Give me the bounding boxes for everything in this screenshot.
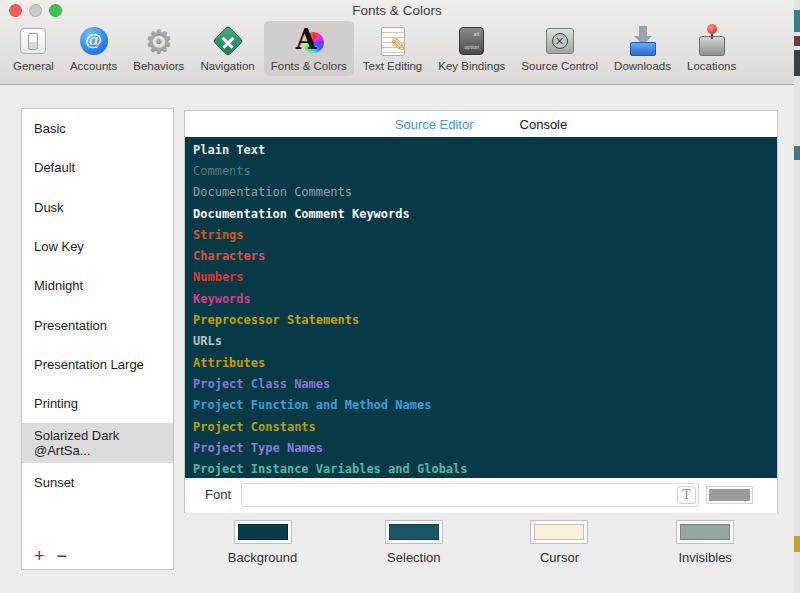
color-fill	[680, 524, 730, 540]
sliver-fragment	[794, 536, 800, 552]
syntax-category-row[interactable]: Documentation Comment Keywords	[193, 203, 777, 224]
color-fill	[238, 524, 288, 540]
background-color-well[interactable]	[234, 520, 292, 544]
toolbar-item-key-bindings[interactable]: altoption Key Bindings	[431, 21, 512, 76]
swatch-row: BackgroundSelectionCursorInvisibles	[184, 520, 778, 584]
theme-item[interactable]: Low Key	[22, 227, 173, 266]
theme-item[interactable]: Default	[22, 148, 173, 187]
titlebar-toolbar: Fonts & Colors General @ Accounts ⚙	[0, 0, 794, 85]
swatch-label: Invisibles	[678, 550, 731, 565]
toolbar-item-navigation[interactable]: Navigation	[193, 21, 261, 76]
toolbar-label: Downloads	[614, 60, 671, 72]
syntax-category-row[interactable]: Project Class Names	[193, 373, 777, 394]
toolbar-label: Text Editing	[363, 60, 422, 72]
tab-source-editor[interactable]: Source Editor	[395, 117, 474, 132]
syntax-category-row[interactable]: Attributes	[193, 352, 777, 373]
sliver-fragment	[794, 146, 800, 160]
sliver-fragment	[794, 36, 800, 46]
toolbar-label: General	[13, 60, 54, 72]
text-editing-pencil-icon: ✎	[376, 24, 410, 58]
swatch-background: Background	[228, 520, 297, 584]
syntax-category-row[interactable]: Documentation Comments	[193, 182, 777, 203]
theme-item[interactable]: Solarized Dark @ArtSa...	[22, 423, 173, 462]
theme-list-footer: + −	[22, 547, 67, 565]
swatch-label: Selection	[387, 550, 440, 565]
syntax-category-row[interactable]: URLs	[193, 331, 777, 352]
option-key-icon: altoption	[455, 24, 489, 58]
background-window-sliver	[794, 0, 800, 593]
syntax-category-row[interactable]: Keywords	[193, 288, 777, 309]
editor-tabbar: Source Editor Console	[185, 111, 777, 137]
fonts-colors-icon: A	[292, 24, 326, 58]
swatch-cursor: Cursor	[530, 520, 588, 584]
theme-item[interactable]: Midnight	[22, 266, 173, 305]
syntax-category-row[interactable]: Comments	[193, 160, 777, 181]
font-input[interactable]: T	[241, 483, 699, 507]
font-row: Font T	[185, 478, 777, 513]
sliver-fragment	[794, 50, 800, 76]
color-fill	[389, 524, 439, 540]
toolbar-label: Navigation	[200, 60, 254, 72]
toolbar-label: Behaviors	[133, 60, 184, 72]
syntax-category-row[interactable]: Strings	[193, 224, 777, 245]
swatch-invisibles: Invisibles	[676, 520, 734, 584]
selection-color-well[interactable]	[385, 520, 443, 544]
theme-list: BasicDefaultDuskLow KeyMidnightPresentat…	[21, 108, 174, 570]
toolbar-item-source-control[interactable]: ✕ Source Control	[514, 21, 605, 76]
font-color-fill	[709, 489, 750, 501]
theme-item[interactable]: Printing	[22, 384, 173, 423]
toolbar-item-accounts[interactable]: @ Accounts	[63, 21, 124, 76]
toolbar-item-behaviors[interactable]: ⚙ Behaviors	[126, 21, 191, 76]
swatch-selection: Selection	[385, 520, 443, 584]
accounts-at-icon: @	[77, 24, 111, 58]
color-fill	[534, 524, 584, 540]
preferences-window: Fonts & Colors General @ Accounts ⚙	[0, 0, 794, 593]
syntax-category-row[interactable]: Project Type Names	[193, 437, 777, 458]
toolbar-label: Accounts	[70, 60, 117, 72]
behaviors-gear-icon: ⚙	[142, 24, 176, 58]
font-label: Font	[205, 487, 231, 502]
window-title: Fonts & Colors	[0, 3, 794, 18]
invisibles-color-well[interactable]	[676, 520, 734, 544]
locations-disk-icon	[695, 24, 729, 58]
syntax-category-row[interactable]: Plain Text	[193, 139, 777, 160]
toolbar-label: Source Control	[521, 60, 598, 72]
theme-detail-panel: Source Editor Console Plain TextComments…	[184, 110, 778, 513]
toolbar-item-downloads[interactable]: Downloads	[607, 21, 678, 76]
theme-item[interactable]: Presentation	[22, 305, 173, 344]
toolbar: General @ Accounts ⚙ Behaviors	[6, 21, 743, 76]
cursor-color-well[interactable]	[530, 520, 588, 544]
syntax-category-row[interactable]: Numbers	[193, 267, 777, 288]
theme-items: BasicDefaultDuskLow KeyMidnightPresentat…	[22, 109, 173, 502]
syntax-category-row[interactable]: Project Constants	[193, 416, 777, 437]
screen: Fonts & Colors General @ Accounts ⚙	[0, 0, 800, 593]
toolbar-label: Key Bindings	[438, 60, 505, 72]
theme-item[interactable]: Dusk	[22, 188, 173, 227]
syntax-category-row[interactable]: Preprocessor Statements	[193, 309, 777, 330]
theme-item[interactable]: Basic	[22, 109, 173, 148]
font-color-well[interactable]	[706, 486, 753, 504]
downloads-arrow-icon	[626, 24, 660, 58]
syntax-category-row[interactable]: Project Instance Variables and Globals	[193, 458, 777, 478]
toolbar-label: Fonts & Colors	[271, 60, 347, 72]
add-theme-button[interactable]: +	[34, 547, 45, 565]
general-icon	[16, 24, 50, 58]
theme-item[interactable]: Presentation Large	[22, 345, 173, 384]
toolbar-label: Locations	[687, 60, 736, 72]
syntax-category-row[interactable]: Characters	[193, 245, 777, 266]
navigation-arrows-icon	[211, 24, 245, 58]
toolbar-item-text-editing[interactable]: ✎ Text Editing	[356, 21, 429, 76]
swatch-label: Background	[228, 550, 297, 565]
source-control-safe-icon: ✕	[543, 24, 577, 58]
syntax-category-row[interactable]: Project Function and Method Names	[193, 395, 777, 416]
theme-item[interactable]: Sunset	[22, 463, 173, 502]
toolbar-item-locations[interactable]: Locations	[680, 21, 743, 76]
tab-console[interactable]: Console	[520, 117, 568, 132]
sliver-fragment	[794, 10, 800, 32]
font-panel-button[interactable]: T	[677, 486, 696, 504]
toolbar-item-general[interactable]: General	[6, 21, 61, 76]
remove-theme-button[interactable]: −	[57, 547, 68, 565]
swatch-label: Cursor	[540, 550, 579, 565]
editor-preview: Plain TextCommentsDocumentation Comments…	[185, 137, 777, 478]
toolbar-item-fonts-colors[interactable]: A Fonts & Colors	[264, 21, 354, 76]
